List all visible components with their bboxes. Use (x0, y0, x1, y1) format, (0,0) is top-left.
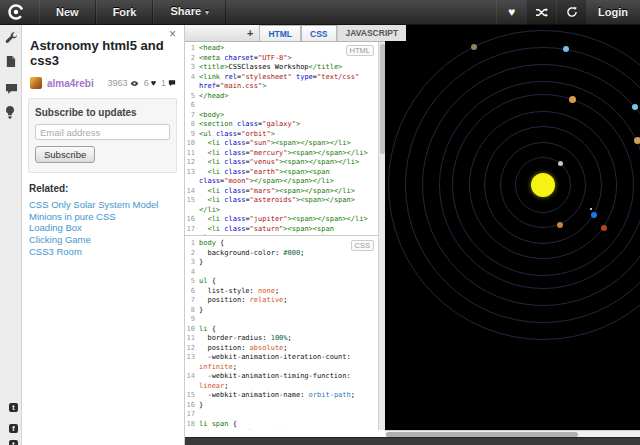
code-line: 10 <li class="sun"><span></span></li> (185, 139, 378, 149)
code-line: 17 (185, 410, 378, 420)
code-line: 13 <li class="earth"><span><span (185, 168, 378, 178)
code-line: 6 (185, 101, 378, 111)
code-line: 5ul { (185, 277, 378, 287)
refresh-button[interactable] (556, 0, 586, 25)
top-toolbar: New Fork Share▾ ♥ Login (0, 0, 640, 25)
menu-fork[interactable]: Fork (96, 0, 154, 25)
planet-saturn (634, 137, 640, 144)
planet-earth (591, 212, 597, 218)
author-row: alma4rebi 3963 6 ♥ 1 (30, 77, 176, 89)
code-line: 8} (185, 306, 378, 316)
code-line: class="ring"></span></span></li> (185, 234, 378, 236)
add-tab-button[interactable]: + (241, 25, 259, 41)
subscribe-box: Subscribe to updates Subscribe (28, 98, 177, 173)
planet-sun (531, 173, 555, 197)
subscribe-heading: Subscribe to updates (35, 107, 170, 118)
code-line: 6 list-style: none; (185, 287, 378, 297)
code-line: 5</head> (185, 92, 378, 102)
code-line: 11 <li class="mercury"><span></span></li… (185, 149, 378, 159)
toolbar-right-group: ♥ Login (496, 0, 640, 25)
planet-mercury (558, 161, 563, 166)
code-line: 15 <li class="asteroids"><span></span> (185, 196, 378, 206)
related-link[interactable]: Clicking Game (29, 234, 184, 246)
details-file-icon[interactable] (5, 54, 18, 67)
code-line: linear; (185, 382, 378, 392)
preview-pane (385, 25, 640, 430)
heart-icon: ♥ (151, 78, 156, 88)
avatar[interactable] (30, 77, 42, 89)
comments-icon[interactable] (5, 81, 18, 94)
related-links: CSS Only Solar System ModelMinions in pu… (29, 199, 184, 258)
code-line: 11 border-radius: 100%; (185, 334, 378, 344)
subscribe-button[interactable]: Subscribe (35, 146, 95, 163)
related-link[interactable]: CSS Only Solar System Model (29, 199, 184, 211)
refresh-icon (566, 6, 578, 18)
app-window: New Fork Share▾ ♥ Login (0, 0, 640, 445)
menu-new[interactable]: New (39, 0, 96, 25)
menu-share[interactable]: Share▾ (153, 0, 226, 25)
code-line: infinite; (185, 363, 378, 373)
settings-wrench-icon[interactable] (5, 31, 18, 44)
scrollbar-thumb[interactable] (380, 44, 385, 154)
details-panel: × Astronomy html5 and css3 alma4rebi 396… (22, 25, 185, 445)
code-line: 14 -webkit-animation-timing-function: (185, 372, 378, 382)
html-pane-badge: HTML (346, 45, 374, 56)
likes-count: 6 (144, 78, 149, 88)
code-line: 4<link rel="stylesheet" type="text/css" (185, 73, 378, 83)
code-line: 9<ul class="orbit"> (185, 130, 378, 140)
editor-tabbar: + HTMLCSSJAVASCRIPT (185, 25, 385, 42)
code-line: 16} (185, 401, 378, 411)
stats: 3963 6 ♥ 1 (103, 78, 176, 88)
related-heading: Related: (29, 183, 184, 194)
code-line: 16 <li class="jupiter"><span></span></li… (185, 215, 378, 225)
preview-horizontal-scrollbar[interactable] (385, 430, 640, 437)
related-link[interactable]: Loading Box (29, 222, 184, 234)
planet-moon (590, 208, 592, 210)
tab-html[interactable]: HTML (259, 25, 301, 41)
shuffle-button[interactable] (526, 0, 556, 25)
favorite-button[interactable]: ♥ (496, 0, 526, 25)
tumblr-button[interactable]: t (9, 440, 18, 445)
code-line: </li> (185, 206, 378, 216)
email-field[interactable] (35, 124, 170, 140)
heart-icon: ♥ (508, 6, 515, 18)
tab-javascript[interactable]: JAVASCRIPT (337, 25, 407, 41)
cssdeck-logo-icon[interactable] (7, 3, 25, 21)
html-code-pane[interactable]: HTML 1<head>2<meta charset="UTF-8">3<tit… (185, 42, 378, 236)
facebook-button[interactable]: f (9, 424, 18, 433)
code-line: 17 <li class="saturn"><span><span (185, 225, 378, 235)
code-line: class="moon"></span></span></li> (185, 177, 378, 187)
orbit-ring (388, 30, 640, 340)
author-link[interactable]: alma4rebi (47, 78, 94, 89)
css-pane-badge: CSS (351, 240, 374, 251)
twitter-button[interactable]: t (9, 403, 18, 412)
planet-jupiter (569, 96, 576, 103)
code-line: 18li span { (185, 420, 378, 430)
css-code-pane[interactable]: CSS 1body {2 background-color: #000;3}45… (185, 237, 378, 430)
code-line: href="main.css"> (185, 82, 378, 92)
code-line: 14 <li class="mars"><span></span></li> (185, 187, 378, 197)
code-line: 13 -webkit-animation-iteration-count: (185, 353, 378, 363)
views-count: 3963 (108, 78, 128, 88)
related-link[interactable]: CSS3 Room (29, 246, 184, 258)
planet-outer-planet (471, 44, 477, 50)
editor-vertical-scrollbar[interactable] (378, 42, 385, 430)
main-menu: New Fork Share▾ (39, 0, 226, 25)
planet-uranus (563, 46, 569, 52)
code-line: 7 position: relative; (185, 296, 378, 306)
close-icon[interactable]: × (169, 28, 176, 40)
code-line: 3} (185, 258, 378, 268)
login-button[interactable]: Login (586, 6, 640, 18)
code-line: 12 <li class="venus"><span></span></li> (185, 158, 378, 168)
code-line: 9 (185, 315, 378, 325)
eye-icon (130, 80, 139, 87)
code-line: 10li { (185, 325, 378, 335)
lightbulb-icon[interactable] (5, 105, 18, 118)
item-title: Astronomy html5 and css3 (22, 25, 184, 68)
tab-css[interactable]: CSS (301, 25, 336, 41)
chevron-down-icon: ▾ (205, 8, 209, 17)
code-line: 15 -webkit-animation-name: orbit-path; (185, 391, 378, 401)
related-link[interactable]: Minions in pure CSS (29, 211, 184, 223)
code-line: 4 (185, 268, 378, 278)
planet-mars (601, 225, 607, 231)
